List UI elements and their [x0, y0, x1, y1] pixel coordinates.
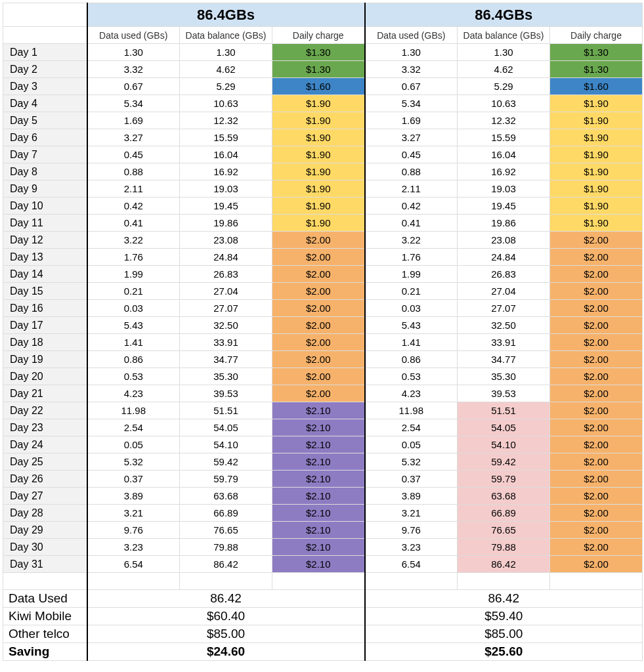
cell-right-used: 3.23 — [365, 539, 458, 556]
cell-right-charge: $2.00 — [550, 368, 643, 385]
summary-value-left: 86.42 — [87, 590, 365, 608]
cell-left-charge: $1.90 — [272, 112, 365, 129]
table-row: Day 2211.9851.51$2.1011.9851.51$2.00 — [3, 402, 643, 419]
cell-right-balance: 5.29 — [458, 78, 550, 95]
cell-right-balance: 66.89 — [458, 505, 550, 522]
day-label: Day 27 — [3, 488, 87, 505]
cell-left-used: 0.53 — [87, 368, 180, 385]
cell-left-balance: 86.42 — [180, 556, 272, 573]
summary-value-right: $59.40 — [365, 608, 643, 625]
table-row: Day 123.2223.08$2.003.2223.08$2.00 — [3, 232, 643, 249]
summary-value-right: 86.42 — [365, 590, 643, 608]
cell-left-charge: $2.10 — [272, 505, 365, 522]
table-row: Day 190.8634.77$2.000.8634.77$2.00 — [3, 351, 643, 368]
cell-right-charge: $2.00 — [550, 266, 643, 283]
cell-left-charge: $2.00 — [272, 351, 365, 368]
cell-left-balance: 4.62 — [180, 61, 272, 78]
cell-left-balance: 35.30 — [180, 368, 272, 385]
cell-right-balance: 32.50 — [458, 317, 550, 334]
cell-right-used: 3.89 — [365, 488, 458, 505]
table-row: Day 30.675.29$1.600.675.29$1.60 — [3, 78, 643, 95]
summary-label: Data Used — [3, 590, 87, 608]
table-row: Day 70.4516.04$1.900.4516.04$1.90 — [3, 146, 643, 163]
day-label: Day 21 — [3, 385, 87, 402]
day-label: Day 3 — [3, 78, 87, 95]
cell-left-used: 1.30 — [87, 44, 180, 61]
day-label: Day 9 — [3, 180, 87, 198]
cell-left-balance: 23.08 — [180, 232, 272, 249]
cell-left-used: 1.69 — [87, 112, 180, 129]
cell-right-used: 0.03 — [365, 300, 458, 317]
subhead-right-used: Data used (GBs) — [365, 27, 458, 44]
cell-right-charge: $1.90 — [550, 112, 643, 129]
day-label: Day 8 — [3, 163, 87, 180]
cell-right-charge: $2.00 — [550, 317, 643, 334]
cell-right-charge: $2.00 — [550, 436, 643, 453]
summary-value-left: $85.00 — [87, 625, 365, 643]
spacer-cell — [550, 573, 643, 590]
summary-row: Saving$24.60$25.60 — [3, 643, 643, 661]
cell-left-used: 6.54 — [87, 556, 180, 573]
cell-right-used: 4.23 — [365, 385, 458, 402]
cell-right-charge: $2.00 — [550, 385, 643, 402]
cell-left-balance: 26.83 — [180, 266, 272, 283]
cell-left-charge: $2.10 — [272, 471, 365, 488]
cell-left-charge: $1.90 — [272, 129, 365, 146]
cell-left-used: 0.03 — [87, 300, 180, 317]
cell-left-used: 0.67 — [87, 78, 180, 95]
spacer-cell — [458, 573, 550, 590]
cell-left-charge: $2.10 — [272, 488, 365, 505]
table-row: Day 303.2379.88$2.103.2379.88$2.00 — [3, 539, 643, 556]
cell-left-used: 2.54 — [87, 419, 180, 436]
cell-right-charge: $2.00 — [550, 249, 643, 266]
cell-left-balance: 24.84 — [180, 249, 272, 266]
cell-right-charge: $1.90 — [550, 215, 643, 232]
cell-right-used: 5.32 — [365, 453, 458, 471]
cell-right-used: 5.34 — [365, 95, 458, 112]
cell-left-used: 0.88 — [87, 163, 180, 180]
table-row: Day 316.5486.42$2.106.5486.42$2.00 — [3, 556, 643, 573]
cell-left-balance: 33.91 — [180, 334, 272, 351]
cell-right-used: 2.54 — [365, 419, 458, 436]
cell-right-balance: 79.88 — [458, 539, 550, 556]
table-row: Day 175.4332.50$2.005.4332.50$2.00 — [3, 317, 643, 334]
cell-right-used: 3.21 — [365, 505, 458, 522]
day-label: Day 29 — [3, 522, 87, 539]
cell-right-balance: 19.86 — [458, 215, 550, 232]
cell-left-charge: $2.10 — [272, 556, 365, 573]
summary-row: Kiwi Mobile$60.40$59.40 — [3, 608, 643, 625]
cell-right-balance: 1.30 — [458, 44, 550, 61]
cell-right-balance: 27.07 — [458, 300, 550, 317]
cell-right-used: 1.76 — [365, 249, 458, 266]
cell-right-balance: 4.62 — [458, 61, 550, 78]
cell-left-balance: 39.53 — [180, 385, 272, 402]
cell-left-charge: $2.00 — [272, 232, 365, 249]
day-label: Day 5 — [3, 112, 87, 129]
table-row: Day 260.3759.79$2.100.3759.79$2.00 — [3, 471, 643, 488]
cell-left-balance: 10.63 — [180, 95, 272, 112]
cell-left-used: 3.22 — [87, 232, 180, 249]
cell-right-balance: 15.59 — [458, 129, 550, 146]
day-label: Day 7 — [3, 146, 87, 163]
summary-row: Other telco$85.00$85.00 — [3, 625, 643, 643]
summary-value-right: $85.00 — [365, 625, 643, 643]
cell-left-charge: $1.90 — [272, 95, 365, 112]
cell-left-used: 5.43 — [87, 317, 180, 334]
cell-left-charge: $1.90 — [272, 163, 365, 180]
cell-right-charge: $2.00 — [550, 522, 643, 539]
table-row: Day 150.2127.04$2.000.2127.04$2.00 — [3, 283, 643, 300]
header-corner — [3, 3, 87, 27]
table-row: Day 45.3410.63$1.905.3410.63$1.90 — [3, 95, 643, 112]
day-label: Day 31 — [3, 556, 87, 573]
cell-left-used: 0.41 — [87, 215, 180, 232]
cell-left-charge: $2.00 — [272, 334, 365, 351]
table-row: Day 160.0327.07$2.000.0327.07$2.00 — [3, 300, 643, 317]
cell-right-charge: $2.00 — [550, 334, 643, 351]
day-label: Day 28 — [3, 505, 87, 522]
cell-left-used: 3.23 — [87, 539, 180, 556]
cell-left-balance: 27.04 — [180, 283, 272, 300]
cell-right-used: 0.45 — [365, 146, 458, 163]
cell-left-balance: 79.88 — [180, 539, 272, 556]
cell-left-charge: $2.00 — [272, 266, 365, 283]
cell-left-used: 3.32 — [87, 61, 180, 78]
